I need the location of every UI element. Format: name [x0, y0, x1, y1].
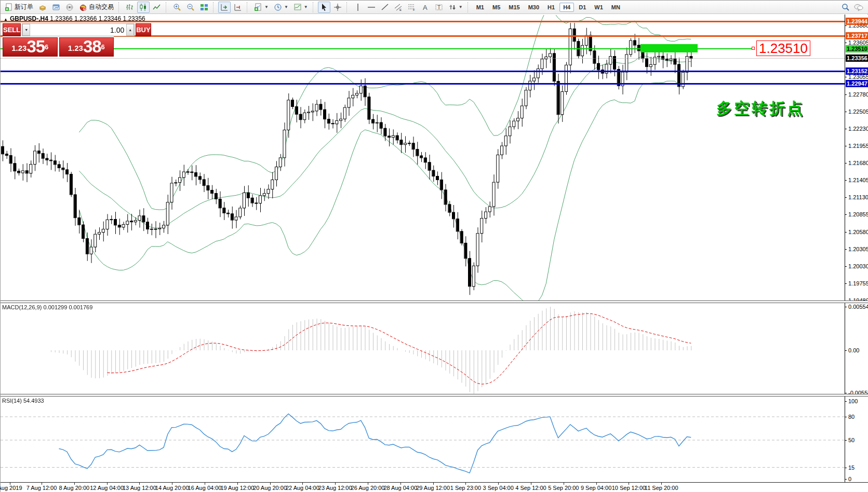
- text-tool-button[interactable]: A: [419, 2, 432, 13]
- new-order-label: 新订单: [15, 3, 33, 11]
- ask-pipette: 6: [101, 39, 105, 55]
- signals-button[interactable]: [63, 2, 76, 13]
- axis-tick-mark: [845, 94, 847, 95]
- axis-tick-label: 1.20030: [848, 263, 868, 269]
- templates-button[interactable]: ▼: [291, 2, 310, 13]
- timeframe-button-M30[interactable]: M30: [525, 3, 543, 12]
- time-axis-label: 5 Sep 20:00: [548, 485, 579, 491]
- time-axis-tick: [661, 483, 662, 485]
- toolbar-separator: [247, 2, 249, 12]
- crosshair-tool-button[interactable]: [331, 2, 344, 13]
- candlestick-chart-button[interactable]: [137, 2, 150, 13]
- bid-pipette: 6: [45, 39, 48, 55]
- price-callout-label[interactable]: 1.23510: [756, 40, 810, 56]
- axis-tick-label: 1.19755: [848, 280, 868, 286]
- time-axis-label: 1 Sep 23:00: [450, 485, 481, 491]
- crosshair-icon: [333, 3, 342, 11]
- text-label-tool-button[interactable]: T: [433, 2, 445, 13]
- autotrading-button[interactable]: 自动交易: [77, 2, 116, 13]
- auto-scroll-button[interactable]: [218, 2, 231, 13]
- bar-chart-button[interactable]: [124, 2, 136, 13]
- autotrading-label: 自动交易: [89, 3, 114, 11]
- arrows-tool-button[interactable]: ▼: [446, 2, 465, 13]
- axis-tick-label: 0.005543: [848, 304, 868, 310]
- chart-shift-button[interactable]: [232, 2, 244, 13]
- time-axis-tick: [205, 483, 205, 485]
- axis-tick-label: 80: [848, 414, 868, 420]
- time-axis-label: 20 Aug 20:00: [253, 485, 287, 491]
- macd-pane-canvas[interactable]: [1, 303, 845, 394]
- axis-tick-mark: [845, 249, 847, 250]
- sell-button[interactable]: SELL: [3, 23, 21, 36]
- timeframe-button-W1[interactable]: W1: [591, 3, 607, 12]
- toolbar-separator: [313, 2, 315, 12]
- time-axis-label: 4 Sep 12:00: [515, 485, 546, 491]
- price-badge-1.23510: 1.23510: [846, 45, 868, 52]
- axis-tick-label: 1.21405: [848, 177, 868, 183]
- fibonacci-tool-button[interactable]: F: [406, 2, 418, 13]
- time-axis-label: 16 Aug 04:00: [188, 485, 222, 491]
- resistance-zone-rectangle[interactable]: [640, 44, 698, 52]
- timeframe-button-D1[interactable]: D1: [575, 3, 590, 12]
- axis-tick-mark: [845, 163, 847, 163]
- time-axis-label: 13 Aug 12:00: [123, 485, 156, 491]
- trendline-tool-button[interactable]: [379, 2, 391, 13]
- zoom-in-button[interactable]: [171, 2, 183, 13]
- collapse-arrow-icon[interactable]: ▲: [4, 17, 8, 22]
- timeframe-button-M1[interactable]: M1: [473, 3, 488, 12]
- rsi-pane-splitter[interactable]: [1, 394, 868, 397]
- volume-input[interactable]: [30, 24, 126, 36]
- time-axis-tick: [335, 483, 336, 485]
- level-line-1.22947[interactable]: [1, 83, 845, 85]
- toolbar-separator: [468, 2, 470, 12]
- new-order-button[interactable]: 新订单: [3, 2, 35, 13]
- zoom-out-button[interactable]: [184, 2, 197, 13]
- bid-price-display[interactable]: 1.23356: [3, 37, 58, 57]
- channel-tool-button[interactable]: E: [392, 2, 405, 13]
- time-axis[interactable]: Aug 20197 Aug 12:008 Aug 20:0012 Aug 04:…: [1, 482, 868, 492]
- current-price-line: [1, 58, 845, 59]
- search-icon[interactable]: [842, 3, 850, 11]
- callout-anchor-square[interactable]: [752, 47, 755, 50]
- time-axis-label: 28 Aug 04:00: [383, 485, 417, 491]
- time-axis-label: Aug 2019: [0, 485, 22, 491]
- horizontal-line-icon: [367, 3, 376, 11]
- time-axis-label: 11 Sep 20:00: [645, 485, 678, 491]
- zoom-in-icon: [173, 3, 181, 11]
- tile-windows-button[interactable]: [198, 2, 210, 13]
- timeframe-button-M5[interactable]: M5: [489, 3, 504, 12]
- chat-icon[interactable]: [854, 3, 863, 11]
- timeframe-button-M15[interactable]: M15: [505, 3, 523, 12]
- market-watch-icon: [38, 3, 47, 11]
- level-line-1.23152[interactable]: [1, 71, 845, 72]
- vertical-line-tool-button[interactable]: [352, 2, 364, 13]
- buy-button[interactable]: BUY: [136, 23, 151, 36]
- timeframe-button-H4[interactable]: H4: [559, 3, 574, 12]
- navigator-button[interactable]: [50, 2, 62, 13]
- volume-up-button[interactable]: ▲: [126, 24, 134, 36]
- horizontal-line-tool-button[interactable]: [365, 2, 378, 13]
- periods-button[interactable]: ▼: [272, 2, 290, 13]
- chinese-annotation-label[interactable]: 多空转折点: [716, 98, 805, 119]
- rsi-pane-canvas[interactable]: [1, 397, 845, 482]
- trendline-icon: [381, 3, 389, 11]
- market-watch-button[interactable]: [36, 2, 49, 13]
- periods-clock-icon: [274, 3, 282, 11]
- timeframe-button-H1[interactable]: H1: [544, 3, 558, 12]
- zoom-out-icon: [186, 3, 195, 11]
- indicators-button[interactable]: ▼: [252, 2, 271, 13]
- cursor-tool-button[interactable]: [318, 2, 330, 13]
- macd-pane-splitter[interactable]: [1, 300, 868, 303]
- bid-big-digits: 35: [26, 38, 45, 55]
- timeframe-button-MN[interactable]: MN: [608, 3, 624, 12]
- time-axis-tick: [172, 483, 172, 485]
- ask-price-display[interactable]: 1.23386: [59, 37, 114, 57]
- line-chart-button[interactable]: [151, 2, 163, 13]
- volume-down-button[interactable]: ▼: [22, 24, 30, 36]
- svg-text:A: A: [423, 4, 428, 11]
- ask-big-digits: 38: [83, 38, 101, 55]
- time-axis-tick: [465, 483, 466, 485]
- time-axis-label: 26 Aug 20:00: [351, 485, 385, 491]
- price-badge-1.23356: 1.23356: [846, 54, 868, 62]
- axis-tick-mark: [845, 232, 847, 233]
